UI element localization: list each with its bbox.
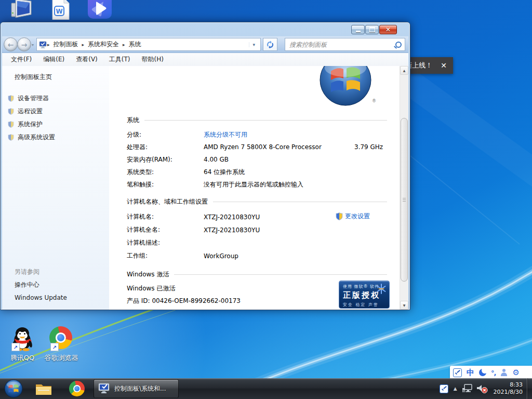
taskbar-active-window-button[interactable]: 控制面板\系统和... <box>94 379 179 398</box>
row-value: XTZJ-20210830YU <box>204 214 260 221</box>
breadcrumb-control-panel[interactable]: 控制面板 <box>50 40 82 49</box>
close-button[interactable]: ✕ <box>379 25 397 34</box>
menu-edit[interactable]: 编辑(E) <box>38 54 69 65</box>
recent-pages-dropdown-icon[interactable]: ▾ <box>32 43 34 47</box>
network-tray-icon[interactable] <box>462 384 473 393</box>
maximize-button[interactable] <box>365 25 379 34</box>
sidebar-item-control-panel-home[interactable]: 控制面板主页 <box>15 73 52 82</box>
desktop: W <box>0 0 532 399</box>
cpu-speed: 3.79 GHz <box>354 143 383 151</box>
breadcrumb-system[interactable]: 系统 <box>125 40 145 49</box>
row-workgroup: 工作组: WorkGroup <box>127 249 387 262</box>
section-divider <box>144 120 387 121</box>
language-bar: 中 °, ⚙ <box>450 366 532 379</box>
start-orb-icon <box>4 379 23 398</box>
row-value: 没有可用于此显示器的笔或触控输入 <box>204 180 303 189</box>
address-bar[interactable]: ▸ 控制面板 ▸ 系统和安全 ▸ 系统 ▾ <box>36 38 261 51</box>
minimize-button[interactable] <box>351 25 365 34</box>
punctuation-mode-icon[interactable]: °, <box>491 369 496 377</box>
breadcrumb-system-security[interactable]: 系统和安全 <box>84 40 123 49</box>
taskbar-chrome-button[interactable] <box>63 378 90 399</box>
uac-shield-icon <box>8 121 14 128</box>
row-full-name: 计算机全名: XTZJ-20210830YU <box>127 223 387 236</box>
video-player-icon <box>87 0 113 20</box>
menu-file[interactable]: 文件(F) <box>6 54 36 65</box>
uac-shield-icon <box>336 212 343 220</box>
shortcut-arrow-icon: ↗ <box>50 343 59 351</box>
desktop-shortcut-qq[interactable]: ↗ 腾讯QQ <box>0 325 45 363</box>
ime-settings-gear-icon[interactable]: ⚙ <box>512 369 519 377</box>
section-activation: Windows 激活 <box>127 270 387 279</box>
menu-view[interactable]: 查看(V) <box>71 54 102 65</box>
shortcut-label: 谷歌浏览器 <box>45 353 78 363</box>
change-settings-link[interactable]: 更改设置 <box>336 212 370 221</box>
sidebar-item-advanced-system-settings[interactable]: 高级系统设置 <box>2 131 109 144</box>
sidebar-item-windows-update[interactable]: Windows Update <box>2 291 109 304</box>
ime-logo-icon[interactable] <box>453 368 462 377</box>
sidebar-item-label: 高级系统设置 <box>18 134 55 141</box>
show-hidden-icons-button[interactable]: ▲ <box>450 386 460 391</box>
row-pen-touch: 笔和触摸: 没有可用于此显示器的笔或触控输入 <box>127 178 387 191</box>
desktop-icon-document[interactable]: W <box>48 0 72 20</box>
row-label: 计算机名: <box>127 212 204 221</box>
row-value: 64 位操作系统 <box>204 168 245 177</box>
menu-tools[interactable]: 工具(T) <box>104 54 135 65</box>
scrollbar-thumb[interactable] <box>401 118 408 282</box>
refresh-button[interactable] <box>263 38 277 51</box>
windows-orb-icon <box>319 66 372 107</box>
scroll-down-button[interactable]: ▼ <box>400 301 408 310</box>
system-properties-window: ✕ ← → ▾ ▸ 控制面板 ▸ 系统和安全 ▸ 系统 ▾ <box>0 22 410 310</box>
row-value: 4.00 GB <box>204 156 229 163</box>
system-content: ® 系统 分级: 系统分级不可用 处理器: AMD Ryzen 7 5800X … <box>109 66 400 310</box>
taskbar-explorer-button[interactable] <box>30 378 57 399</box>
computer-icon <box>10 0 33 19</box>
row-label: 计算机描述: <box>127 238 204 247</box>
row-os-type: 系统类型: 64 位操作系统 <box>127 166 387 178</box>
vertical-scrollbar[interactable]: ▲ ▼ <box>400 66 408 310</box>
desktop-shortcut-chrome[interactable]: ↗ 谷歌浏览器 <box>39 326 84 363</box>
taskbar: 控制面板\系统和... ▲ 8:33 2021/8/30 <box>0 378 532 399</box>
search-icon[interactable] <box>395 42 402 48</box>
address-dropdown-icon[interactable]: ▾ <box>249 42 258 47</box>
tray-ime-icon[interactable] <box>440 384 448 393</box>
desktop-icon-video-player[interactable] <box>86 0 113 20</box>
window-titlebar[interactable]: ✕ <box>2 24 408 36</box>
row-label: 处理器: <box>127 143 204 152</box>
section-title: 计算机名称、域和工作组设置 <box>127 197 208 206</box>
forward-button[interactable]: → <box>17 37 31 51</box>
start-button[interactable] <box>2 378 25 399</box>
chrome-icon <box>69 381 85 396</box>
desktop-icon-computer[interactable] <box>9 0 34 20</box>
taskbar-clock[interactable]: 8:33 2021/8/30 <box>494 381 523 396</box>
minimize-icon <box>356 31 361 32</box>
search-box[interactable] <box>285 38 405 51</box>
show-desktop-button[interactable] <box>527 378 532 399</box>
search-input[interactable] <box>288 41 393 49</box>
section-divider <box>174 274 387 275</box>
system-page-icon <box>39 41 47 48</box>
badge-line3: 安全 稳定 声誉 <box>343 302 385 308</box>
genuine-software-badge[interactable]: 使用 微软® 软件 正版授权 安全 稳定 声誉 <box>339 281 390 309</box>
row-label: 分级: <box>127 130 204 139</box>
change-settings-label: 更改设置 <box>345 212 370 221</box>
volume-muted-tray-icon[interactable] <box>476 383 488 394</box>
sidebar-item-device-manager[interactable]: 设备管理器 <box>2 92 109 105</box>
back-button[interactable]: ← <box>4 37 18 51</box>
windows-logo: ® <box>319 66 372 107</box>
system-rating-link[interactable]: 系统分级不可用 <box>204 130 247 139</box>
row-label: 笔和触摸: <box>127 180 204 189</box>
fullwidth-moon-icon[interactable] <box>479 369 486 376</box>
menu-help[interactable]: 帮助(H) <box>137 54 168 65</box>
scroll-up-button[interactable]: ▲ <box>400 66 408 75</box>
sidebar-item-system-protection[interactable]: 系统保护 <box>2 118 109 131</box>
section-divider <box>213 202 387 202</box>
toast-close-icon[interactable]: ✕ <box>441 61 447 70</box>
sidebar: 控制面板主页 设备管理器 远程设置 系统保护 <box>2 66 109 310</box>
sidebar-item-action-center[interactable]: 操作中心 <box>2 278 109 291</box>
sidebar-item-remote-settings[interactable]: 远程设置 <box>2 105 109 118</box>
section-title: Windows 激活 <box>127 270 169 279</box>
close-icon: ✕ <box>385 26 391 33</box>
clock-date: 2021/8/30 <box>494 389 523 396</box>
user-dict-icon[interactable] <box>500 369 508 376</box>
ime-chinese-mode-button[interactable]: 中 <box>467 368 474 378</box>
